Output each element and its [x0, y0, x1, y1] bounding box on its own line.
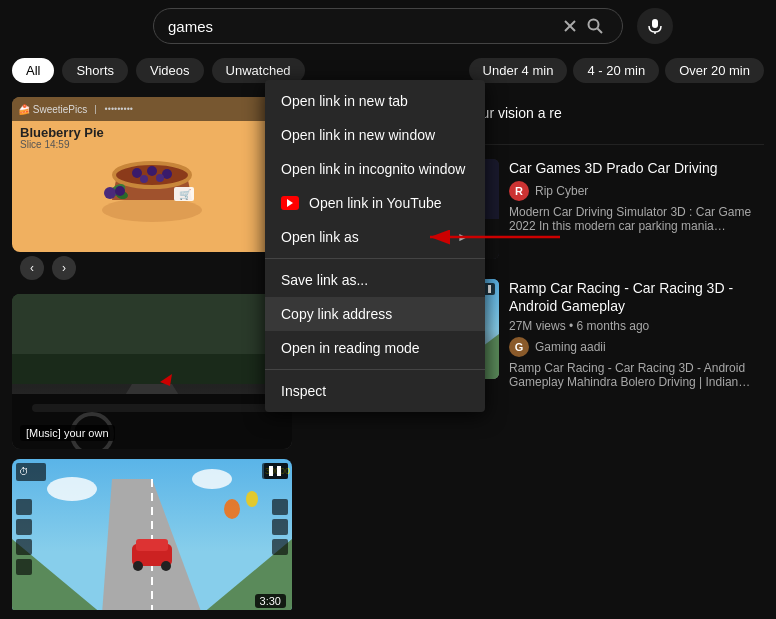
video-card-racing: ⏱ 30000 [12, 459, 307, 610]
context-item-incognito[interactable]: Open link in incognito window [265, 152, 485, 186]
left-column: 🍰 SweetiePics | ••••••••• [12, 97, 307, 602]
pie-site-logo: 🍰 SweetiePics [18, 104, 87, 115]
racing-scene-svg: ⏱ 30000 [12, 459, 292, 610]
svg-rect-68 [488, 285, 491, 293]
context-item-reading-mode[interactable]: Open in reading mode [265, 331, 485, 365]
context-item-new-window[interactable]: Open link in new window [265, 118, 485, 152]
svg-point-6 [102, 198, 202, 222]
result-info-prado: Car Games 3D Prado Car Driving R Rip Cyb… [509, 159, 764, 259]
filter-chip-videos[interactable]: Videos [136, 58, 204, 83]
next-arrow-btn[interactable]: › [52, 256, 76, 280]
clear-button[interactable] [558, 16, 582, 36]
svg-point-2 [589, 20, 599, 30]
context-item-open-as[interactable]: Open link as ► [265, 220, 485, 254]
svg-point-29 [47, 477, 97, 501]
svg-rect-46 [16, 559, 32, 575]
context-item-new-tab[interactable]: Open link in new tab [265, 84, 485, 118]
result-desc-prado: Modern Car Driving Simulator 3D : Car Ga… [509, 205, 764, 233]
svg-point-12 [140, 175, 148, 183]
svg-rect-45 [16, 539, 32, 555]
svg-point-38 [161, 561, 171, 571]
mic-icon [647, 18, 663, 34]
result-title-ramp: Ramp Car Racing - Car Racing 3D - Androi… [509, 279, 764, 315]
result-channel-prado: R Rip Cyber [509, 181, 764, 201]
context-item-inspect[interactable]: Inspect [265, 374, 485, 408]
filter-chip-all[interactable]: All [12, 58, 54, 83]
context-label-open-as: Open link as [281, 229, 359, 245]
mic-button[interactable] [637, 8, 673, 44]
svg-rect-52 [277, 466, 281, 476]
svg-point-30 [192, 469, 232, 489]
duration-under4[interactable]: Under 4 min [469, 58, 568, 83]
context-label-new-tab: Open link in new tab [281, 93, 408, 109]
svg-rect-43 [16, 499, 32, 515]
context-label-incognito: Open link in incognito window [281, 161, 465, 177]
pie-svg: 🛒 [92, 135, 212, 235]
context-item-save-link[interactable]: Save link as... [265, 263, 485, 297]
svg-rect-44 [16, 519, 32, 535]
context-label-new-window: Open link in new window [281, 127, 435, 143]
svg-point-37 [133, 561, 143, 571]
svg-point-54 [246, 491, 258, 507]
search-icon [586, 17, 604, 35]
context-label-inspect: Inspect [281, 383, 326, 399]
thumb-pie[interactable]: 🍰 SweetiePics | ••••••••• [12, 97, 292, 252]
top-bar [0, 0, 776, 52]
search-input[interactable] [168, 18, 558, 35]
search-wrapper [153, 8, 673, 44]
svg-rect-47 [272, 499, 288, 515]
svg-point-10 [147, 166, 157, 176]
svg-point-9 [132, 168, 142, 178]
pie-title-text: Blueberry Pie [20, 125, 104, 140]
svg-point-53 [224, 499, 240, 519]
submenu-arrow-icon: ► [457, 230, 469, 244]
result-channel-ramp: G Gaming aadii [509, 337, 764, 357]
duration-4to20[interactable]: 4 - 20 min [573, 58, 659, 83]
context-menu: Open link in new tab Open link in new wi… [265, 80, 485, 412]
duration-over20[interactable]: Over 20 min [665, 58, 764, 83]
search-button[interactable] [582, 15, 608, 37]
context-divider-2 [265, 369, 485, 370]
svg-point-13 [156, 174, 164, 182]
pie-subtitle-text: Slice 14:59 [20, 139, 69, 150]
pie-overlay: 🍰 SweetiePics | ••••••••• [12, 97, 292, 121]
result-info-ramp: Ramp Car Racing - Car Racing 3D - Androi… [509, 279, 764, 389]
video-card-pie: 🍰 SweetiePics | ••••••••• [12, 97, 307, 284]
result-meta-ramp: 27M views • 6 months ago [509, 319, 764, 333]
thumb-car[interactable]: [Music] your own [12, 294, 292, 449]
thumb-racing[interactable]: ⏱ 30000 [12, 459, 292, 610]
context-label-copy-link: Copy link address [281, 306, 392, 322]
prev-arrow-btn[interactable]: ‹ [20, 256, 44, 280]
music-badge: [Music] your own [20, 425, 115, 441]
svg-text:🛒: 🛒 [179, 188, 192, 201]
svg-rect-4 [652, 19, 658, 28]
search-field-wrap [153, 8, 623, 44]
context-label-reading-mode: Open in reading mode [281, 340, 420, 356]
pie-nav-arrows: ‹ › [12, 252, 307, 284]
yt-play-triangle [287, 199, 293, 207]
channel-name-gaming: Gaming aadii [535, 340, 606, 354]
svg-rect-22 [12, 354, 292, 384]
svg-point-19 [104, 187, 116, 199]
pie-nav: | ••••••••• [91, 104, 136, 114]
video-card-car: [Music] your own [12, 294, 307, 449]
result-desc-ramp: Ramp Car Racing - Car Racing 3D - Androi… [509, 361, 764, 389]
channel-name-rip: Rip Cyber [535, 184, 588, 198]
svg-rect-36 [136, 539, 168, 551]
context-item-youtube[interactable]: Open link in YouTube [265, 186, 485, 220]
svg-line-3 [598, 29, 603, 34]
channel-avatar-rip: R [509, 181, 529, 201]
svg-text:⏱: ⏱ [19, 466, 29, 477]
svg-point-20 [115, 186, 125, 196]
filter-chip-shorts[interactable]: Shorts [62, 58, 128, 83]
svg-rect-50 [264, 463, 288, 479]
svg-rect-25 [32, 404, 272, 412]
racing-duration: 3:30 [255, 594, 286, 608]
channel-avatar-gaming: G [509, 337, 529, 357]
result-title-prado: Car Games 3D Prado Car Driving [509, 159, 764, 177]
youtube-icon [281, 196, 299, 210]
context-label-save-link: Save link as... [281, 272, 368, 288]
context-item-copy-link[interactable]: Copy link address [265, 297, 485, 331]
svg-rect-48 [272, 519, 288, 535]
clear-icon [562, 18, 578, 34]
